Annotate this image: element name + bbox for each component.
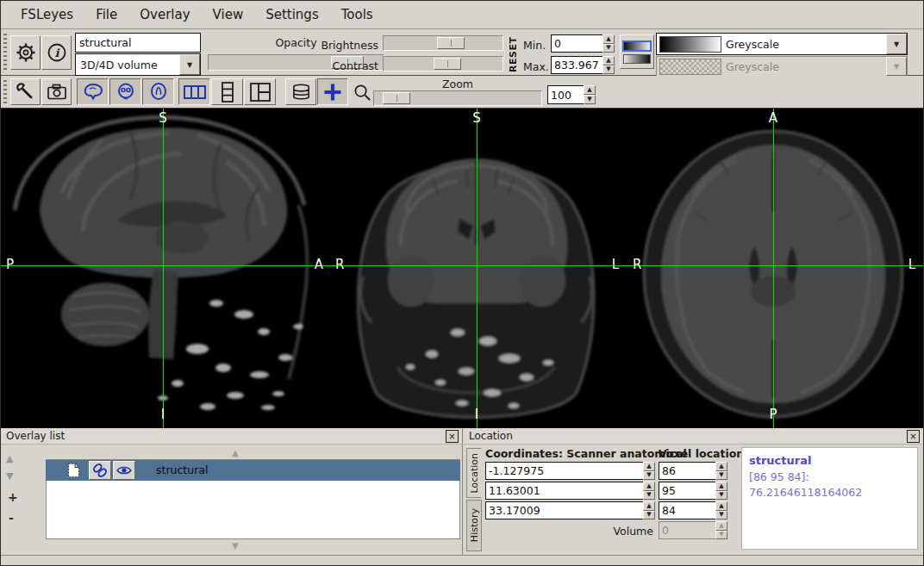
reset-button[interactable]: RESET: [508, 33, 519, 72]
chevron-down-icon: ▼: [886, 57, 907, 76]
lightbox-mode-button[interactable]: [285, 78, 316, 105]
overlay-display-settings-button[interactable]: [10, 35, 41, 70]
chevron-down-icon[interactable]: ▼: [179, 54, 200, 75]
world-z-spinfield[interactable]: ▲▼: [485, 501, 655, 519]
spin-up-icon[interactable]: ▲: [643, 482, 655, 491]
toggle-coronal-canvas-button[interactable]: [109, 78, 141, 105]
max-spinner: ▲ ▼: [602, 56, 615, 74]
world-z-input[interactable]: [485, 501, 643, 519]
overlay-list-body: ▲ ▼ + - ▲: [1, 445, 462, 555]
coronal-canvas[interactable]: S R L I: [328, 109, 625, 428]
add-overlay-button[interactable]: +: [8, 491, 18, 503]
zoom-input[interactable]: [547, 85, 584, 104]
colormap-combo[interactable]: Greyscale ▼: [656, 33, 908, 55]
view-settings-button[interactable]: [10, 78, 41, 105]
link-display-button[interactable]: [89, 461, 111, 480]
axial-canvas[interactable]: A R L P: [625, 109, 923, 428]
zoom-slider[interactable]: [373, 90, 542, 106]
layout-horizontal-button[interactable]: [178, 78, 210, 105]
coronal-brain-icon: [116, 82, 136, 102]
menu-overlay[interactable]: Overlay: [128, 7, 201, 22]
menu-view[interactable]: View: [202, 7, 255, 22]
menu-file[interactable]: File: [84, 7, 128, 22]
close-icon[interactable]: ×: [446, 430, 459, 443]
spin-up-icon[interactable]: ▲: [715, 482, 727, 491]
spin-up-icon[interactable]: ▲: [584, 85, 596, 95]
min-spinfield[interactable]: ▲ ▼: [551, 34, 615, 53]
spin-up-icon[interactable]: ▲: [602, 34, 615, 44]
spin-up-icon[interactable]: ▲: [602, 56, 615, 65]
sagittal-canvas[interactable]: S P A I: [1, 109, 328, 428]
voxel-z-spinfield[interactable]: ▲▼: [659, 501, 727, 519]
voxel-y-input[interactable]: [659, 482, 715, 500]
spin-down-icon[interactable]: ▼: [643, 491, 655, 501]
scroll-down-icon[interactable]: ▼: [232, 542, 239, 550]
world-x-spinfield[interactable]: ▲▼: [485, 462, 655, 480]
anatomy-label-left: L: [908, 258, 915, 271]
crosshair-mode-button[interactable]: [317, 78, 348, 105]
negative-colour-bar-icon: [623, 54, 651, 64]
menu-settings[interactable]: Settings: [254, 7, 330, 22]
contrast-slider-thumb[interactable]: [434, 58, 461, 70]
contrast-slider[interactable]: [383, 56, 503, 72]
crosshair-vertical: [773, 109, 774, 428]
voxel-x-input[interactable]: [659, 462, 715, 480]
voxel-z-input[interactable]: [659, 501, 715, 519]
spin-down-icon[interactable]: ▼: [602, 65, 615, 75]
overlay-name-input[interactable]: [75, 33, 201, 53]
spin-up-icon: ▲: [715, 521, 727, 531]
world-y-spinfield[interactable]: ▲▼: [485, 482, 655, 500]
world-y-input[interactable]: [485, 482, 643, 500]
zoom-spinfield[interactable]: ▲ ▼: [547, 85, 596, 104]
brightness-slider[interactable]: [383, 35, 503, 51]
voxel-x-spinfield[interactable]: ▲▼: [659, 462, 727, 480]
zoom-slider-thumb[interactable]: [383, 92, 410, 104]
spin-up-icon[interactable]: ▲: [715, 462, 727, 471]
spin-down-icon[interactable]: ▼: [643, 471, 655, 481]
colour-bar-toggle-button[interactable]: [620, 34, 654, 69]
spin-up-icon[interactable]: ▲: [643, 462, 655, 471]
axial-brain-image: [625, 109, 923, 428]
brightness-slider-thumb[interactable]: [437, 37, 465, 49]
max-input[interactable]: [551, 56, 602, 74]
voxel-y-spinfield[interactable]: ▲▼: [659, 482, 727, 500]
spin-up-icon[interactable]: ▲: [715, 501, 727, 511]
world-x-input[interactable]: [485, 462, 643, 480]
tab-location[interactable]: Location: [466, 448, 482, 498]
spin-down-icon[interactable]: ▼: [643, 511, 655, 520]
chevron-down-icon[interactable]: ▼: [886, 34, 907, 54]
menu-fsleyes[interactable]: FSLeyes: [9, 7, 84, 22]
tab-history[interactable]: History: [466, 500, 482, 551]
toolbar-grip[interactable]: [3, 34, 7, 71]
move-overlay-up-button[interactable]: ▲: [6, 454, 13, 463]
spin-down-icon[interactable]: ▼: [602, 44, 615, 53]
layout-vertical-button[interactable]: [211, 78, 243, 105]
min-input[interactable]: [551, 34, 602, 53]
max-spinfield[interactable]: ▲ ▼: [551, 56, 615, 74]
world-coordinates-header: Coordinates: Scanner anatomical: [485, 447, 687, 460]
spin-up-icon[interactable]: ▲: [643, 501, 655, 511]
overlay-type-combo[interactable]: 3D/4D volume ▼: [75, 53, 201, 76]
screenshot-button[interactable]: [41, 78, 72, 105]
toolbar-grip[interactable]: [3, 80, 7, 103]
menu-tools[interactable]: Tools: [330, 7, 384, 22]
remove-overlay-button[interactable]: -: [9, 512, 14, 524]
document-icon[interactable]: [66, 462, 82, 479]
overlay-info-button[interactable]: i: [41, 35, 72, 70]
spin-down-icon[interactable]: ▼: [715, 511, 727, 520]
spin-down-icon[interactable]: ▼: [584, 95, 596, 104]
spin-down-icon[interactable]: ▼: [715, 491, 727, 501]
toggle-visibility-button[interactable]: [113, 461, 135, 480]
layout-grid-button[interactable]: [244, 78, 276, 105]
ortho-toolbar: Zoom ▲ ▼: [1, 76, 923, 109]
info-icon: i: [47, 42, 67, 63]
zoom-mode-button[interactable]: [349, 79, 375, 105]
toggle-sagittal-canvas-button[interactable]: [77, 78, 109, 105]
move-overlay-down-button[interactable]: ▼: [6, 471, 13, 481]
spin-down-icon[interactable]: ▼: [715, 471, 727, 481]
overlay-list-item[interactable]: structural: [46, 460, 460, 481]
close-icon[interactable]: ×: [907, 430, 920, 443]
toggle-axial-canvas-button[interactable]: [142, 78, 174, 105]
anatomy-label-superior: S: [472, 112, 481, 125]
scroll-up-icon[interactable]: ▲: [232, 449, 239, 457]
